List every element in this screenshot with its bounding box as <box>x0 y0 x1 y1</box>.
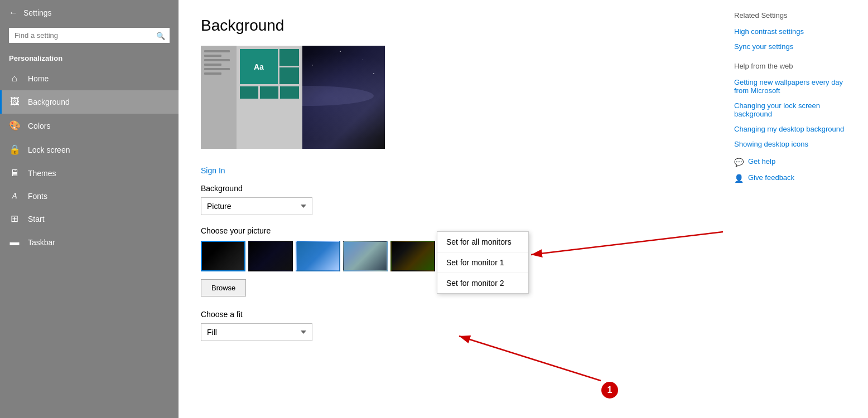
sidebar-item-start[interactable]: ⊞ Start <box>0 207 179 231</box>
context-menu-item-1[interactable]: Set for monitor 1 <box>437 252 528 273</box>
search-container: 🔍 <box>9 28 170 43</box>
picture-thumb-5[interactable] <box>390 241 435 271</box>
sidebar-item-label: Themes <box>28 169 56 178</box>
preview-tile <box>279 67 298 84</box>
app-title: Settings <box>23 8 52 17</box>
background-label: Background <box>201 184 701 193</box>
preview-bar <box>204 72 221 75</box>
preview-bar <box>204 50 230 52</box>
sidebar-item-fonts[interactable]: A Fonts <box>0 185 179 207</box>
picture-thumb-3[interactable] <box>296 241 340 271</box>
picture-thumb-1[interactable] <box>201 241 245 271</box>
sidebar-item-colors[interactable]: 🎨 Colors <box>0 114 179 138</box>
background-icon: 🖼 <box>9 96 20 108</box>
svg-point-6 <box>373 73 374 74</box>
get-help-link[interactable]: Get help <box>748 157 775 166</box>
preview-tile <box>260 86 278 99</box>
sidebar-header: ← Settings <box>0 0 179 26</box>
search-input[interactable] <box>9 28 170 43</box>
preview-sidebar <box>201 46 237 149</box>
sidebar-item-label: Home <box>28 74 49 83</box>
preview-tile <box>240 86 258 99</box>
fonts-icon: A <box>9 191 20 201</box>
give-feedback-link[interactable]: Give feedback <box>748 173 794 182</box>
get-help-row: 💬 Get help <box>734 157 857 167</box>
high-contrast-link[interactable]: High contrast settings <box>734 27 857 36</box>
sidebar-item-label: Colors <box>28 121 50 130</box>
help-link-lock-screen[interactable]: Changing your lock screen background <box>734 101 857 118</box>
desktop-preview: Aa <box>201 46 385 149</box>
picture-thumb-4[interactable] <box>343 241 388 271</box>
sign-in-link[interactable]: Sign In <box>201 166 225 175</box>
help-link-desktop-bg[interactable]: Changing my desktop background <box>734 125 857 133</box>
help-link-desktop-icons[interactable]: Showing desktop icons <box>734 140 857 148</box>
related-settings-title: Related Settings <box>734 11 857 20</box>
page-title: Background <box>201 17 701 35</box>
preview-tile <box>280 86 298 99</box>
picture-thumb-2[interactable] <box>248 241 293 271</box>
sidebar-item-label: Lock screen <box>28 145 70 154</box>
browse-button[interactable]: Browse <box>201 279 246 297</box>
fit-label: Choose a fit <box>201 310 701 319</box>
sidebar-item-background[interactable]: 🖼 Background <box>0 90 179 114</box>
home-icon: ⌂ <box>9 73 20 84</box>
svg-line-11 <box>459 336 601 381</box>
give-feedback-row: 👤 Give feedback <box>734 173 857 183</box>
sidebar-item-label: Taskbar <box>28 238 55 247</box>
preview-bar <box>204 64 221 66</box>
colors-icon: 🎨 <box>9 120 20 132</box>
preview-bar <box>204 59 230 61</box>
sidebar: ← Settings 🔍 Personalization ⌂ Home 🖼 Ba… <box>0 0 179 418</box>
preview-tiles: Aa <box>237 46 302 149</box>
themes-icon: 🖥 <box>9 168 20 179</box>
help-link-wallpapers[interactable]: Getting new wallpapers every day from Mi… <box>734 78 857 95</box>
get-help-icon: 💬 <box>734 158 744 167</box>
preview-overlay: Aa <box>201 46 302 149</box>
give-feedback-icon: 👤 <box>734 174 744 183</box>
start-icon: ⊞ <box>9 213 20 225</box>
preview-bar <box>204 68 230 70</box>
lock-screen-icon: 🔒 <box>9 144 20 155</box>
preview-tile-row <box>240 86 299 99</box>
sidebar-item-label: Fonts <box>28 192 47 201</box>
sidebar-item-taskbar[interactable]: ▬ Taskbar <box>0 231 179 254</box>
main-content: Background <box>179 0 723 418</box>
sidebar-item-lock-screen[interactable]: 🔒 Lock screen <box>0 138 179 162</box>
sidebar-section-title: Personalization <box>0 50 179 67</box>
preview-aa-tile: Aa <box>240 49 278 84</box>
search-icon: 🔍 <box>156 31 165 40</box>
background-dropdown[interactable]: Picture <box>201 197 312 215</box>
context-menu-item-all[interactable]: Set for all monitors <box>437 232 528 252</box>
sidebar-item-themes[interactable]: 🖥 Themes <box>0 162 179 185</box>
annotation-circle-1: 1 <box>601 382 618 398</box>
preview-bar <box>204 55 221 57</box>
sidebar-item-home[interactable]: ⌂ Home <box>0 67 179 90</box>
context-menu-item-2[interactable]: Set for monitor 2 <box>437 273 528 293</box>
svg-point-5 <box>362 59 363 60</box>
right-panel: Related Settings High contrast settings … <box>723 0 868 418</box>
svg-point-3 <box>312 65 313 66</box>
svg-point-4 <box>340 51 341 52</box>
taskbar-icon: ▬ <box>9 237 20 248</box>
sidebar-item-label: Background <box>28 98 70 106</box>
sidebar-item-label: Start <box>28 215 45 223</box>
sync-settings-link[interactable]: Sync your settings <box>734 42 857 51</box>
context-menu: Set for all monitors Set for monitor 1 S… <box>437 231 529 294</box>
back-button[interactable]: ← <box>9 8 18 18</box>
help-from-web-title: Help from the web <box>734 62 857 70</box>
preview-tile-row: Aa <box>240 49 299 84</box>
fit-dropdown[interactable]: Fill <box>201 323 312 341</box>
preview-tile <box>279 49 298 66</box>
